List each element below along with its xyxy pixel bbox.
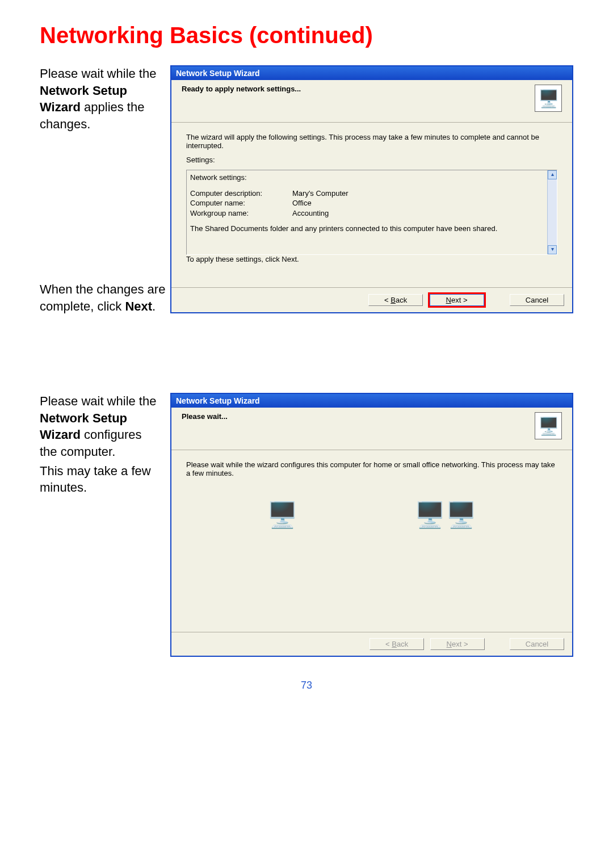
shared-line: The Shared Documents folder and any prin…: [190, 224, 545, 234]
scroll-up-icon[interactable]: ▴: [548, 170, 557, 179]
wizard2-titlebar: Network Setup Wizard: [171, 394, 572, 408]
network-animation: 🖥️ 🖥️🖥️: [209, 500, 535, 530]
computer-icon: 🖥️: [267, 500, 298, 530]
wizard2-header-text: Please wait...: [182, 412, 228, 421]
side2-pre: Please wait while the: [40, 394, 156, 408]
kv-row: Workgroup name:Accounting: [190, 208, 545, 219]
side1b-bold: Next: [125, 299, 152, 313]
back-button: < Back: [370, 638, 424, 650]
kv-key: Computer name:: [190, 198, 292, 208]
wizard2-button-row: < Back Next > Cancel: [171, 632, 572, 656]
kv-val: Office: [292, 198, 312, 208]
cancel-button: Cancel: [510, 638, 564, 650]
wizard1-body: The wizard will apply the following sett…: [171, 123, 572, 287]
wizard2-body: Please wait while the wizard configures …: [171, 450, 572, 632]
back-button[interactable]: < Back: [368, 294, 423, 306]
wizard1-button-row: < Back Next > Cancel: [171, 287, 572, 312]
scroll-down-icon[interactable]: ▾: [548, 245, 557, 254]
wizard2-header: Please wait... 🖥️: [171, 408, 572, 450]
side-text-1: Please wait while the Network Setup Wiza…: [40, 65, 170, 135]
page-title: Networking Basics (continued): [40, 23, 573, 48]
side-text-2: Please wait while the Network Setup Wiza…: [40, 393, 170, 498]
settings-header-line: Network settings:: [190, 173, 545, 183]
page-number: 73: [40, 680, 573, 691]
wizard1-header-text: Ready to apply network settings...: [182, 85, 301, 93]
scrollbar[interactable]: ▴ ▾: [547, 170, 557, 254]
settings-content: Network settings: Computer description:M…: [187, 170, 557, 236]
wizard1-instruction: To apply these settings, click Next.: [186, 255, 557, 263]
side2-extra: This may take a few minutes.: [40, 463, 161, 496]
network-computers-icon: 🖥️🖥️: [414, 500, 477, 530]
wizard-window-1: Network Setup Wizard Ready to apply netw…: [170, 65, 573, 313]
document-page: Networking Basics (continued) Please wai…: [0, 0, 613, 708]
kv-val: Accounting: [292, 208, 329, 219]
settings-listbox[interactable]: Network settings: Computer description:M…: [186, 170, 557, 255]
kv-row: Computer description:Mary's Computer: [190, 188, 545, 199]
kv-row: Computer name:Office: [190, 198, 545, 208]
wizard1-titlebar: Network Setup Wizard: [171, 66, 572, 80]
side1b-post: .: [152, 299, 156, 313]
section-apply-settings: Please wait while the Network Setup Wiza…: [40, 65, 573, 313]
kv-key: Computer description:: [190, 188, 292, 199]
wizard1-intro: The wizard will apply the following sett…: [186, 133, 557, 150]
network-wizard-icon: 🖥️: [535, 412, 562, 439]
next-button: Next >: [430, 638, 485, 650]
section-please-wait: Please wait while the Network Setup Wiza…: [40, 393, 573, 657]
next-button[interactable]: Next >: [429, 293, 485, 307]
side1-pre: Please wait while the: [40, 66, 156, 81]
kv-key: Workgroup name:: [190, 208, 292, 219]
settings-label: Settings:: [186, 156, 557, 164]
wizard1-header: Ready to apply network settings... 🖥️: [171, 80, 572, 123]
cancel-button[interactable]: Cancel: [510, 294, 564, 306]
wizard2-intro: Please wait while the wizard configures …: [186, 460, 557, 477]
kv-val: Mary's Computer: [292, 188, 349, 199]
wizard-window-2: Network Setup Wizard Please wait... 🖥️ P…: [170, 393, 573, 657]
network-wizard-icon: 🖥️: [535, 85, 562, 112]
